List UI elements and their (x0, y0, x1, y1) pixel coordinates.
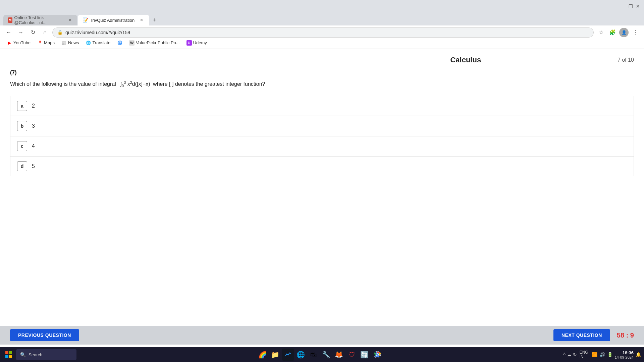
news-icon: 📰 (61, 40, 67, 46)
option-c-label: c (17, 141, 27, 151)
maximize-button[interactable]: ❐ (628, 4, 633, 9)
tab-gmail-label: Online Test link @Calculus - ut... (14, 15, 64, 25)
minimize-button[interactable]: — (621, 4, 626, 9)
volume-icon[interactable]: 🔊 (599, 352, 605, 357)
option-b[interactable]: b 3 (10, 116, 634, 136)
new-tab-button[interactable]: + (150, 15, 159, 25)
trivquiz-favicon: 📝 (83, 17, 88, 23)
bookmark-news[interactable]: 📰 News (59, 39, 82, 47)
taskbar: 🔍 Search 🌈 📁 🌐 🛍 🔧 🦊 🛡 🔄 (0, 347, 644, 362)
taskbar-chrome-icon[interactable] (371, 349, 383, 361)
quiz-footer: PREVIOUS QUESTION NEXT QUESTION 58 : 9 (0, 326, 644, 345)
tab-trivquiz[interactable]: 📝 TrivQuiz Administration ✕ (78, 15, 149, 25)
bookmark-news-label: News (68, 40, 79, 45)
menu-button[interactable]: ⋮ (631, 28, 640, 37)
question-text-prefix: Which of the following is the value of i… (10, 81, 116, 87)
nav-actions: ☆ 🧩 👤 ⋮ (596, 28, 640, 37)
previous-question-button[interactable]: PREVIOUS QUESTION (10, 329, 79, 341)
taskbar-center: 🌈 📁 🌐 🛍 🔧 🦊 🛡 🔄 (257, 349, 383, 361)
taskbar-right: ^ ☁ ↻ ENG IN 📶 🔊 🔋 18:36 14-09-2024 🔔 (563, 350, 641, 359)
refresh-button[interactable]: ↻ (28, 28, 38, 37)
svg-rect-3 (9, 355, 12, 358)
option-a-value: 2 (32, 103, 35, 109)
web-icon: 🌀 (117, 40, 122, 46)
translate-icon: 🌐 (86, 40, 91, 46)
bookmark-udemy-label: Udemy (193, 40, 207, 45)
page-title: Calculus (314, 56, 618, 64)
bookmark-web[interactable]: 🌀 (114, 39, 125, 47)
bookmark-udemy[interactable]: U Udemy (184, 39, 210, 47)
bookmark-valuepickr[interactable]: W ValuePickr Public Po... (126, 39, 182, 47)
option-c[interactable]: c 4 (10, 136, 634, 156)
bookmark-maps[interactable]: 📍 Maps (35, 39, 57, 47)
option-c-value: 4 (32, 143, 35, 149)
start-menu-button[interactable] (3, 349, 15, 361)
wifi-icon[interactable]: 📶 (592, 352, 597, 357)
tray-arrow-icon[interactable]: ^ (563, 352, 566, 357)
option-b-value: 3 (32, 123, 35, 129)
clock-time: 18:36 (615, 350, 634, 355)
tab-trivquiz-label: TrivQuiz Administration (90, 18, 135, 23)
bookmarks-bar: ▶ YouTube 📍 Maps 📰 News 🌐 Translate 🌀 W … (0, 37, 644, 49)
taskbar-edge-icon[interactable]: 🌐 (295, 349, 307, 361)
close-button[interactable]: ✕ (635, 4, 641, 9)
option-a[interactable]: a 2 (10, 96, 634, 116)
question-count: 7 of 10 (618, 57, 634, 63)
bookmark-star-button[interactable]: ☆ (596, 28, 606, 37)
bookmark-valuepickr-label: ValuePickr Public Po... (136, 40, 180, 45)
page-header: Calculus 7 of 10 (10, 56, 634, 64)
system-info: ENG IN 📶 🔊 🔋 18:36 14-09-2024 🔔 (580, 350, 641, 359)
svg-rect-1 (9, 351, 12, 354)
tray-sync-icon[interactable]: ↻ (573, 352, 577, 357)
extensions-button[interactable]: 🧩 (608, 28, 617, 37)
taskbar-store-icon[interactable]: 🛍 (308, 349, 320, 361)
address-bar[interactable]: 🔒 quiz.triviumedu.com/#/quiz/159 (52, 27, 594, 38)
bookmark-youtube-label: YouTube (13, 40, 31, 45)
taskbar-search[interactable]: 🔍 Search (16, 349, 76, 360)
tab-gmail[interactable]: M Online Test link @Calculus - ut... ✕ (3, 15, 77, 25)
clock-date: 14-09-2024 (615, 355, 634, 359)
svg-point-7 (376, 354, 378, 356)
taskbar-browser-icon[interactable]: 🦊 (333, 349, 345, 361)
option-d[interactable]: d 5 (10, 156, 634, 176)
taskbar-left: 🔍 Search (3, 349, 76, 361)
taskbar-files-icon[interactable]: 📁 (269, 349, 281, 361)
taskbar-tradingview-icon[interactable] (282, 349, 294, 361)
bookmark-translate-label: Translate (92, 40, 110, 45)
svg-rect-0 (5, 351, 8, 354)
system-clock: 18:36 14-09-2024 (615, 350, 634, 359)
question-math: ∫03 x2d([x]−x) (119, 81, 152, 87)
forward-button[interactable]: → (16, 28, 25, 37)
address-text: quiz.triviumedu.com/#/quiz/159 (65, 30, 589, 35)
taskbar-antivirus-icon[interactable]: 🛡 (346, 349, 358, 361)
page-content: Calculus 7 of 10 (7) Which of the follow… (0, 49, 644, 359)
quiz-timer: 58 : 9 (617, 331, 634, 339)
taskbar-rainbow-icon[interactable]: 🌈 (257, 349, 269, 361)
next-question-button[interactable]: NEXT QUESTION (553, 329, 610, 341)
bookmark-maps-label: Maps (44, 40, 55, 45)
option-a-label: a (17, 101, 27, 111)
svg-rect-2 (5, 355, 8, 358)
system-tray-icons: ^ ☁ ↻ (563, 352, 577, 357)
taskbar-refresh-icon[interactable]: 🔄 (359, 349, 371, 361)
tab-gmail-close[interactable]: ✕ (68, 17, 72, 23)
question-text-suffix: where [ ] denotes the greatest integer f… (153, 81, 265, 87)
back-button[interactable]: ← (4, 28, 13, 37)
question-number: (7) (10, 70, 634, 76)
gmail-favicon: M (8, 17, 12, 23)
home-button[interactable]: ⌂ (40, 28, 50, 37)
taskbar-search-icon: 🔍 (20, 352, 26, 357)
tabs-bar: M Online Test link @Calculus - ut... ✕ 📝… (0, 13, 644, 25)
option-d-value: 5 (32, 163, 35, 169)
taskbar-app2-icon[interactable]: 🔧 (320, 349, 332, 361)
tab-trivquiz-close[interactable]: ✕ (139, 17, 145, 23)
notification-icon[interactable]: 🔔 (636, 352, 641, 357)
browser-chrome: — ❐ ✕ M Online Test link @Calculus - ut.… (0, 0, 644, 37)
battery-icon[interactable]: 🔋 (607, 352, 613, 357)
bookmark-translate[interactable]: 🌐 Translate (83, 39, 113, 47)
option-d-label: d (17, 161, 27, 171)
bookmark-youtube[interactable]: ▶ YouTube (4, 39, 33, 47)
youtube-icon: ▶ (7, 40, 12, 46)
profile-button[interactable]: 👤 (619, 28, 629, 37)
tray-cloud-icon[interactable]: ☁ (567, 352, 572, 357)
